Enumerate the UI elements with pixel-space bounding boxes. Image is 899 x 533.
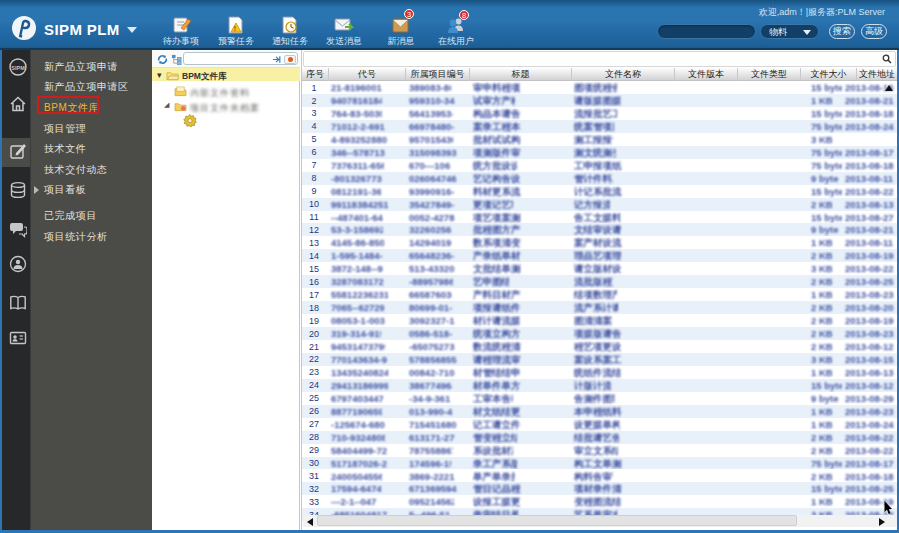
svg-text:!: !	[234, 25, 236, 32]
svg-text:SIPM: SIPM	[11, 65, 25, 71]
